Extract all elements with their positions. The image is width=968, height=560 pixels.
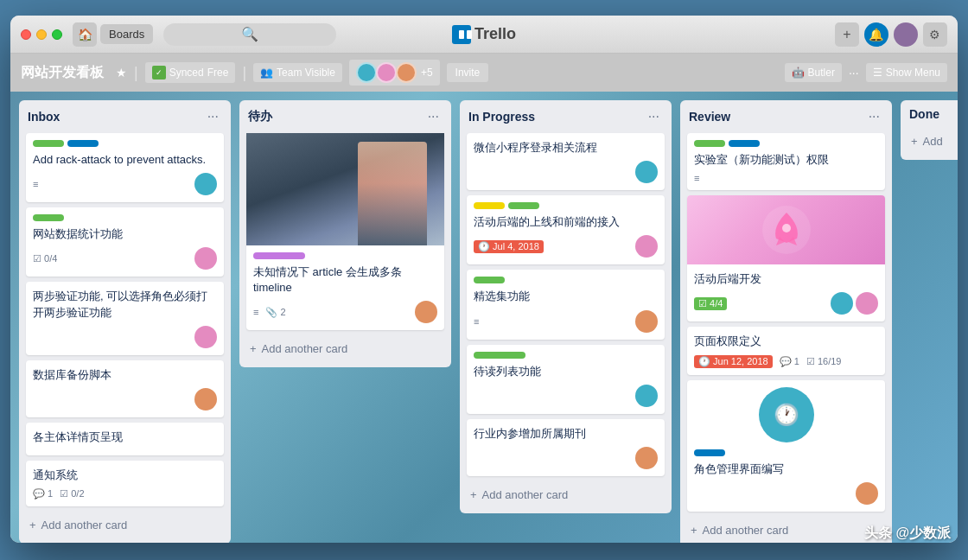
plus-icon-4: +: [691, 524, 697, 537]
member-avatar-2: [376, 62, 397, 83]
card-c5[interactable]: 各主体详情页呈现: [26, 423, 224, 455]
butler-button[interactable]: 🤖 Butler: [785, 63, 842, 82]
close-button[interactable]: [21, 29, 31, 40]
card-c8[interactable]: 微信小程序登录相关流程: [467, 133, 665, 190]
column-review-header: Review ···: [687, 107, 885, 126]
card-c16-circle: 🕐: [759, 387, 814, 442]
board-content: Inbox ··· Add rack-attack to prevent att…: [10, 92, 958, 543]
card-checklist-badge-2: ☑ 0/2: [60, 488, 84, 500]
column-inprogress-menu[interactable]: ···: [645, 107, 663, 126]
column-todo-menu[interactable]: ···: [424, 107, 443, 126]
label-blue: [67, 140, 99, 147]
card-c4[interactable]: 数据库备份脚本: [26, 360, 224, 417]
invite-button[interactable]: Invite: [447, 63, 489, 82]
member-avatar-3: [396, 62, 417, 83]
card-lines-icon: ≡: [33, 179, 38, 189]
visibility-badge[interactable]: 👥 Team Visible: [253, 63, 342, 82]
column-inbox: Inbox ··· Add rack-attack to prevent att…: [19, 100, 231, 543]
card-c15[interactable]: 页面权限定义 🕐 Jun 12, 2018 💬 1 ☑ 16/19: [687, 327, 885, 374]
plus-icon-2: +: [250, 342, 257, 355]
label-green-5: [694, 140, 725, 147]
column-inbox-menu[interactable]: ···: [204, 107, 222, 126]
card-c2-avatar: [194, 247, 217, 270]
card-c3[interactable]: 两步验证功能, 可以选择角色必须打开两步验证功能: [26, 282, 224, 354]
maximize-button[interactable]: [52, 29, 62, 40]
card-c5-title: 各主体详情页呈现: [33, 430, 217, 445]
members-list[interactable]: +5: [349, 60, 440, 86]
card-c16[interactable]: 🕐 角色管理界面编写: [687, 380, 885, 512]
card-c12[interactable]: 行业内参增加所属期刊: [467, 419, 665, 476]
home-icon[interactable]: 🏠: [73, 22, 97, 47]
label-blue-2: [729, 140, 760, 147]
card-due-badge: 🕐 Jul 4, 2018: [474, 240, 544, 253]
card-due-badge-2: 🕐 Jun 12, 2018: [694, 355, 773, 368]
add-card-inprogress[interactable]: + Add another card: [467, 483, 665, 506]
column-done-header: Done: [908, 107, 958, 121]
card-c13-title: 实验室（新功能测试）权限: [694, 152, 878, 168]
add-button[interactable]: +: [835, 22, 859, 47]
synced-badge[interactable]: ✓ Synced Free: [145, 62, 236, 83]
card-c11[interactable]: 待读列表功能: [467, 345, 665, 414]
settings-button[interactable]: ⚙: [923, 22, 947, 47]
menu-icon: ☰: [873, 67, 882, 79]
add-card-review[interactable]: + Add another card: [687, 519, 885, 542]
card-c6[interactable]: 通知系统 💬 1 ☑ 0/2: [26, 461, 224, 506]
label-green-2: [508, 202, 539, 209]
card-c1[interactable]: Add rack-attack to prevent attacks. ≡: [26, 133, 224, 202]
notifications-button[interactable]: 🔔: [864, 22, 888, 47]
card-c12-avatar: [635, 447, 658, 469]
card-checklist-badge: ☑ 0/4: [33, 253, 57, 264]
search-bar[interactable]: 🔍: [163, 23, 336, 46]
card-c15-title: 页面权限定义: [694, 334, 878, 349]
card-c4-title: 数据库备份脚本: [33, 367, 217, 383]
card-c14-avatar1: [831, 292, 853, 315]
eye-icon: 👥: [260, 67, 273, 79]
titlebar: 🏠 Boards 🔍 Trello + 🔔 ⚙: [10, 16, 958, 54]
board-header-right: 🤖 Butler ··· ☰ Show Menu: [785, 63, 947, 82]
card-c14[interactable]: 活动后端开发 ☑ 4/4: [687, 195, 885, 321]
card-c8-title: 微信小程序登录相关流程: [474, 140, 658, 156]
card-c14-title: 活动后端开发: [694, 271, 878, 287]
card-c10-avatar: [635, 310, 658, 333]
column-todo-header: 待办 ···: [246, 107, 444, 126]
card-lines-icon-4: ≡: [694, 173, 699, 183]
card-c10[interactable]: 精选集功能 ≡: [467, 270, 665, 339]
card-c3-title: 两步验证功能, 可以选择角色必须打开两步验证功能: [33, 289, 217, 320]
label-yellow: [474, 202, 505, 209]
card-checklist-green-badge: ☑ 4/4: [694, 297, 727, 310]
column-review-menu[interactable]: ···: [865, 107, 883, 126]
show-menu-button[interactable]: ☰ Show Menu: [866, 63, 947, 82]
card-c13[interactable]: 实验室（新功能测试）权限 ≡: [687, 133, 885, 190]
column-inbox-title: Inbox: [28, 110, 60, 124]
plus-icon-5: +: [911, 135, 918, 148]
add-card-inbox[interactable]: + Add another card: [26, 513, 224, 537]
column-inprogress-header: In Progress ···: [467, 107, 665, 126]
minimize-button[interactable]: [36, 29, 47, 40]
card-comment-badge-2: 💬 1: [780, 356, 799, 367]
user-avatar[interactable]: [894, 22, 918, 47]
trello-logo: Trello: [452, 25, 516, 44]
column-inprogress: In Progress ··· 微信小程序登录相关流程 活动后端的上线和前端的接…: [460, 100, 672, 513]
card-c2[interactable]: 网站数据统计功能 ☑ 0/4: [26, 207, 224, 277]
card-c16-title: 角色管理界面编写: [694, 461, 878, 477]
app-window: 🏠 Boards 🔍 Trello + 🔔 ⚙ 网站开发看板 ★ | ✓ Syn…: [10, 16, 958, 543]
card-c9[interactable]: 活动后端的上线和前端的接入 🕐 Jul 4, 2018: [467, 195, 665, 264]
card-c14-avatar2: [856, 292, 878, 315]
rocket-icon: [761, 204, 812, 256]
card-c4-avatar: [194, 388, 217, 410]
column-todo: 待办 ··· 未知情况下 article 会生成多条 timeline ≡ 📎 …: [239, 100, 451, 367]
add-card-done[interactable]: + Add: [908, 130, 958, 153]
add-card-todo[interactable]: + Add another card: [246, 337, 444, 360]
column-todo-title: 待办: [248, 109, 272, 124]
card-c7[interactable]: 未知情况下 article 会生成多条 timeline ≡ 📎 2: [246, 133, 444, 330]
label-purple: [253, 252, 305, 259]
card-c10-title: 精选集功能: [474, 289, 658, 304]
boards-button[interactable]: Boards: [100, 24, 153, 44]
card-c12-title: 行业内参增加所属期刊: [474, 426, 658, 442]
star-icon[interactable]: ★: [116, 66, 127, 80]
plus-icon-3: +: [470, 488, 477, 501]
titlebar-right: + 🔔 ⚙: [835, 22, 947, 47]
card-c16-avatar: [856, 482, 878, 505]
card-c6-title: 通知系统: [33, 468, 217, 483]
svg-point-1: [782, 224, 791, 232]
